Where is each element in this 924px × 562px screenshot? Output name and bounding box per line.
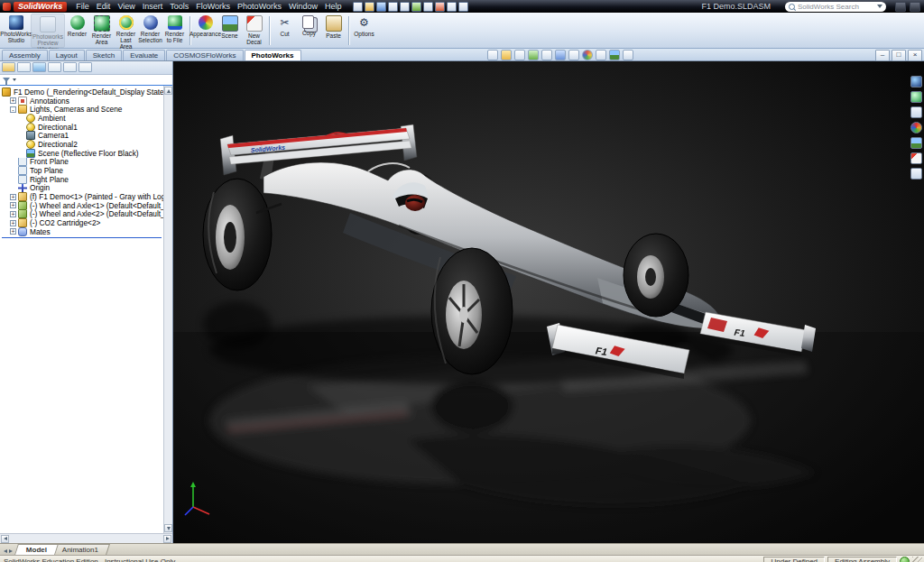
filter-chevron-icon[interactable] [13,78,16,81]
toolbar-copy[interactable]: Copy [297,14,321,48]
tree-item[interactable]: -Lights, Cameras and Scene [0,105,163,114]
view-settings-icon[interactable] [609,50,620,60]
minimize-button[interactable]: – [875,50,890,61]
scene-icon[interactable] [910,137,922,149]
render-area-icon[interactable] [910,106,922,118]
open-icon[interactable] [365,2,374,12]
menu-insert[interactable]: Insert [139,2,167,11]
scroll-right-icon[interactable] [163,535,171,543]
menu-floworks[interactable]: FloWorks [192,2,234,11]
model-tab-model[interactable]: Model [14,544,59,555]
apply-scene-icon[interactable] [596,50,606,60]
hide-show-items-icon[interactable] [568,50,579,60]
model-tab-scroll-left-icon[interactable] [4,549,7,553]
tree-item[interactable]: +Mates [0,227,163,236]
view-orientation-icon[interactable] [541,50,552,60]
display-style-icon[interactable] [555,50,566,60]
tab-sketch[interactable]: Sketch [86,50,122,60]
expand-toggle[interactable]: + [10,202,16,208]
titlebar-help-icon[interactable] [910,2,920,12]
render-icon[interactable] [910,91,922,103]
expand-toggle[interactable]: + [10,97,16,104]
model-tab-animation1[interactable]: Animation1 [51,544,110,555]
expand-toggle[interactable]: + [10,211,16,217]
options-icon[interactable] [910,168,922,180]
display-manager-tab-icon[interactable] [63,62,77,72]
camera-icon[interactable] [623,50,633,60]
toolbar-paste[interactable]: Paste [321,14,346,48]
titlebar-expand-icon[interactable] [895,2,906,12]
tree-item[interactable]: Ambient [0,114,163,123]
menu-photoworks[interactable]: PhotoWorks [234,2,285,11]
photoworks-studio-icon[interactable] [910,76,922,88]
search-input[interactable]: SolidWorks Search [785,2,886,12]
tree-item[interactable]: Right Plane [0,175,163,184]
menu-window[interactable]: Window [285,2,321,11]
rear-left-wheel[interactable] [203,179,272,290]
print-preview-icon[interactable] [400,2,410,12]
toolbar-options[interactable]: ⚙Options [352,14,376,48]
tab-cosmosfloworks[interactable]: COSMOSFloWorks [166,50,243,60]
options-icon[interactable] [447,2,457,12]
tree-item[interactable]: Top Plane [0,166,163,175]
tree-item[interactable]: Scene (Reflective Floor Black) [0,149,163,158]
tree-horizontal-scrollbar[interactable] [0,533,172,543]
tab-layout[interactable]: Layout [49,50,85,60]
toolbar-scene[interactable]: Scene [217,14,242,48]
custom-tab-icon[interactable] [79,62,92,72]
tree-item[interactable]: +(-) Wheel and Axle<1> (Default<Default_… [0,201,163,210]
menu-help[interactable]: Help [321,2,346,11]
close-button[interactable]: × [908,50,922,61]
undo-icon[interactable] [411,2,421,12]
scroll-down-icon[interactable] [164,524,172,532]
help-icon[interactable] [458,2,468,12]
tab-assembly[interactable]: Assembly [2,50,48,60]
appearance-icon[interactable] [910,122,922,134]
resize-grip[interactable] [912,557,922,562]
tree-item[interactable]: +Annotations [0,97,163,106]
scroll-left-icon[interactable] [1,535,9,543]
restore-button[interactable]: □ [892,50,906,61]
redo-icon[interactable] [423,2,433,12]
front-left-wheel[interactable] [431,248,513,374]
toolbar-render[interactable]: Render [65,14,89,48]
section-view-icon[interactable] [528,50,539,60]
tree-item[interactable]: +(-) Wheel and Axle<2> (Default<Default_… [0,210,163,219]
menu-tools[interactable]: Tools [166,2,192,11]
dimxpert-tab-icon[interactable] [48,62,61,72]
tree-filter-row[interactable] [0,75,172,86]
previous-view-icon[interactable] [514,50,525,60]
tree-item[interactable]: F1 Demo (_Rendering<Default_Display Stat… [0,88,163,97]
render-canvas[interactable]: Designed with SolidWorks [173,61,924,543]
new-decal-icon[interactable] [910,152,922,164]
toolbar-cut[interactable]: ✂Cut [273,14,297,48]
expand-toggle[interactable]: + [10,194,16,200]
feature-manager-tab-icon[interactable] [2,62,15,72]
toolbar-render-area[interactable]: Render Area [89,14,114,48]
tree-item[interactable]: Directional2 [0,140,163,149]
toolbar-photoworks-preview-window[interactable]: Photoworks Preview Window [31,14,65,48]
toolbar-render-selection[interactable]: Render Selection [138,14,162,48]
expand-toggle[interactable]: + [10,228,16,235]
save-icon[interactable] [376,2,386,12]
menu-edit[interactable]: Edit [93,2,115,11]
tree-item[interactable]: Camera1 [0,131,163,140]
zoom-fit-icon[interactable] [487,50,498,60]
configuration-manager-tab-icon[interactable] [32,62,46,72]
scroll-up-icon[interactable] [164,87,172,95]
tab-photoworks[interactable]: PhotoWorks [245,50,301,60]
print-icon[interactable] [388,2,398,12]
new-icon[interactable] [353,2,363,12]
edit-appearance-icon[interactable] [582,50,593,60]
property-manager-tab-icon[interactable] [17,62,31,72]
tree-vertical-scrollbar[interactable] [163,86,172,533]
toolbar-photoworks-studio[interactable]: PhotoWorks Studio [2,14,31,48]
tree-item[interactable]: +(f) F1 Demo<1> (Painted - Gray with Log… [0,192,163,201]
search-chevron-icon[interactable] [877,5,882,8]
graphics-viewport[interactable]: Designed with SolidWorks [173,61,924,543]
expand-toggle[interactable]: - [10,106,16,113]
toolbar-appearance[interactable]: Appearance [193,14,217,48]
tree-item[interactable]: Origin [0,184,163,193]
expand-toggle[interactable]: + [10,220,16,226]
toolbar-render-last-area[interactable]: Render Last Area [114,14,138,48]
